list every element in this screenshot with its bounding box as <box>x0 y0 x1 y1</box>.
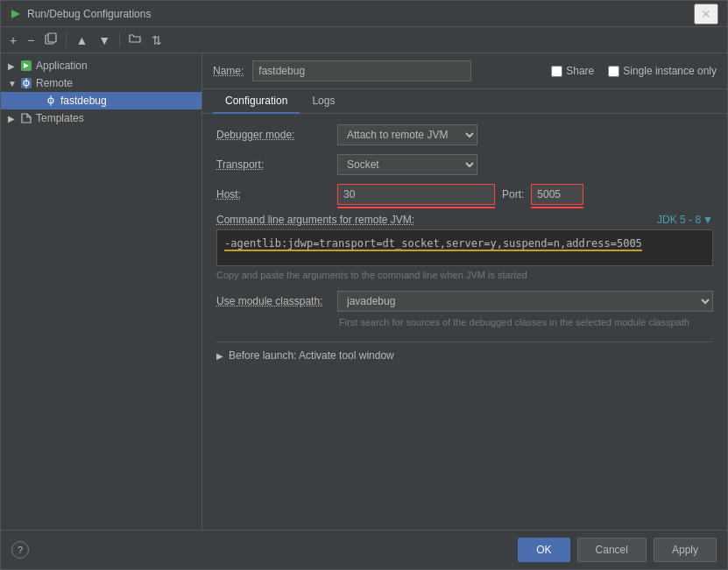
folder-button[interactable] <box>125 31 145 49</box>
cmd-header-row: Command line arguments for remote JVM: J… <box>216 214 713 226</box>
tab-configuration[interactable]: Configuration <box>213 89 300 114</box>
transport-row: Transport: Socket Shared memory <box>216 154 713 175</box>
fastdebug-icon <box>45 95 57 107</box>
cmd-args-text: -agentlib:jdwp=transport=dt_socket,serve… <box>224 237 642 251</box>
footer: ? OK Cancel Apply <box>1 530 727 569</box>
transport-select[interactable]: Socket Shared memory <box>337 154 477 175</box>
config-content: Debugger mode: Attach to remote JVM List… <box>202 114 727 530</box>
module-row: Use module classpath: javadebug <box>216 291 713 312</box>
module-select[interactable]: javadebug <box>337 291 713 312</box>
single-instance-checkbox[interactable] <box>608 66 619 77</box>
footer-right: OK Cancel Apply <box>518 538 717 562</box>
before-launch-arrow: ▶ <box>216 351 223 361</box>
module-label: Use module classpath: <box>216 295 330 307</box>
application-icon <box>20 60 32 72</box>
separator-1 <box>66 33 67 47</box>
fastdebug-label: fastdebug <box>60 95 107 107</box>
jdk-arrow: ▼ <box>703 214 713 226</box>
cmd-args-section: Command line arguments for remote JVM: J… <box>216 214 713 280</box>
help-button[interactable]: ? <box>11 541 29 559</box>
title-bar-left: Run/Debug Configurations <box>10 8 151 20</box>
debugger-mode-row: Debugger mode: Attach to remote JVM List… <box>216 124 713 145</box>
port-label: Port: <box>502 188 524 201</box>
up-button[interactable]: ▲ <box>72 32 91 49</box>
name-bar: Name: Share Single instance only <box>202 53 727 89</box>
svg-marker-0 <box>11 10 20 18</box>
cancel-button[interactable]: Cancel <box>577 538 647 562</box>
host-container <box>337 184 495 205</box>
remote-label: Remote <box>36 77 73 89</box>
copy-icon <box>45 32 57 45</box>
remote-icon <box>20 77 32 89</box>
add-button[interactable]: + <box>6 32 20 49</box>
tree-item-fastdebug[interactable]: fastdebug <box>1 92 201 109</box>
share-area: Share Single instance only <box>551 65 717 77</box>
run-icon <box>10 8 22 20</box>
toolbar: + − ▲ ▼ ⇅ <box>1 27 727 53</box>
sort-button[interactable]: ⇅ <box>148 32 166 49</box>
before-launch-header[interactable]: ▶ Before launch: Activate tool window <box>216 349 713 362</box>
host-red-underline <box>337 207 495 208</box>
tree-item-remote[interactable]: ▼ Remote <box>1 74 201 92</box>
single-instance-label: Single instance only <box>623 65 717 77</box>
share-label: Share <box>566 65 594 77</box>
name-field-label: Name: <box>213 65 244 77</box>
collapse-arrow-remote: ▼ <box>8 79 17 88</box>
remove-button[interactable]: − <box>24 32 38 49</box>
single-instance-checkbox-container[interactable]: Single instance only <box>608 65 717 77</box>
debugger-mode-label: Debugger mode: <box>216 129 330 141</box>
ok-button[interactable]: OK <box>518 538 569 562</box>
close-button[interactable]: ✕ <box>694 4 718 25</box>
tree-item-application[interactable]: ▶ Application <box>1 57 201 74</box>
host-port-row: Host: Port: <box>216 184 713 205</box>
apply-button[interactable]: Apply <box>654 538 717 562</box>
template-icon <box>20 112 32 124</box>
collapse-arrow-templates: ▶ <box>8 114 17 123</box>
down-button[interactable]: ▼ <box>95 32 114 49</box>
share-checkbox[interactable] <box>551 66 562 77</box>
share-checkbox-container[interactable]: Share <box>551 65 594 77</box>
title-bar: Run/Debug Configurations ✕ <box>1 1 727 27</box>
cmd-args-hint: Copy and paste the arguments to the comm… <box>216 270 713 280</box>
jdk-link[interactable]: JDK 5 - 8 ▼ <box>657 214 713 226</box>
main-content: ▶ Application ▼ Remote <box>1 53 727 530</box>
host-input[interactable] <box>337 184 495 205</box>
right-panel: Name: Share Single instance only Configu… <box>202 53 727 530</box>
port-red-underline <box>531 207 583 208</box>
copy-button[interactable] <box>41 31 60 49</box>
debugger-mode-select[interactable]: Attach to remote JVM Listen to remote JV… <box>337 124 477 145</box>
footer-left: ? <box>11 541 29 559</box>
folder-icon <box>129 32 141 45</box>
tab-logs[interactable]: Logs <box>300 89 347 114</box>
separator-2 <box>119 33 120 47</box>
application-label: Application <box>36 60 88 72</box>
before-launch-label: Before launch: Activate tool window <box>229 349 394 362</box>
before-launch-section: ▶ Before launch: Activate tool window <box>216 341 713 362</box>
run-debug-configurations-window: Run/Debug Configurations ✕ + − ▲ ▼ ⇅ <box>0 0 728 570</box>
collapse-arrow-application: ▶ <box>8 61 17 71</box>
name-input[interactable] <box>252 60 471 81</box>
templates-label: Templates <box>36 112 84 124</box>
host-label: Host: <box>216 188 330 201</box>
svg-rect-2 <box>48 33 56 42</box>
cmd-args-box: -agentlib:jdwp=transport=dt_socket,serve… <box>216 229 713 266</box>
cmd-args-label: Command line arguments for remote JVM: <box>216 214 414 226</box>
port-container <box>531 184 583 205</box>
transport-label: Transport: <box>216 158 330 171</box>
tree-item-templates[interactable]: ▶ Templates <box>1 109 201 127</box>
window-title: Run/Debug Configurations <box>27 8 151 20</box>
port-input[interactable] <box>531 184 583 205</box>
jdk-label: JDK 5 - 8 <box>657 214 701 226</box>
tabs-bar: Configuration Logs <box>202 89 727 114</box>
module-hint: First search for sources of the debugged… <box>339 317 713 327</box>
left-panel: ▶ Application ▼ Remote <box>1 53 202 530</box>
